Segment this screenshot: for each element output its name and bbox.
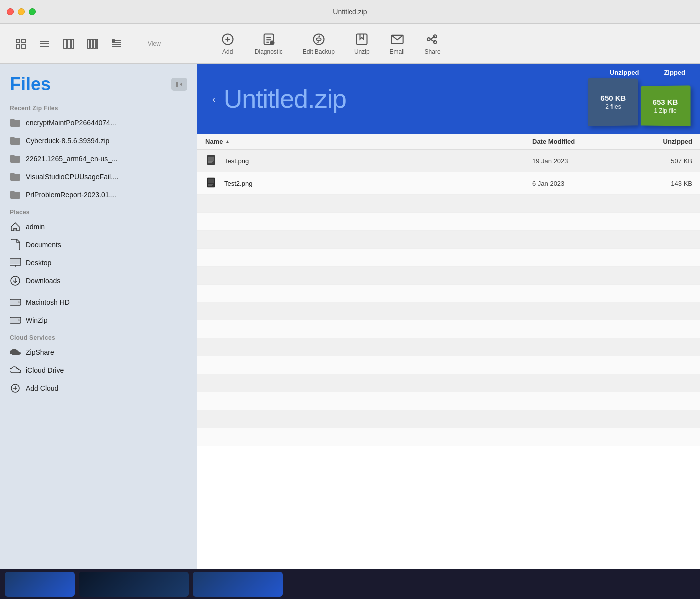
sidebar-item-downloads[interactable]: Downloads: [0, 272, 197, 290]
unzip-label: Unzip: [354, 48, 370, 55]
share-label: Share: [425, 48, 441, 55]
email-label: Email: [390, 48, 405, 55]
sidebar-item-recent-2[interactable]: Cyberduck-8.5.6.39394.zip: [0, 132, 197, 150]
sidebar: Files Recent Zip Files encryptMaintPoP26…: [0, 64, 197, 569]
diagnostic-label: Diagnostic: [255, 48, 283, 55]
unzip-button[interactable]: Unzip: [345, 29, 380, 58]
stats-labels-row: Unzipped Zipped: [588, 69, 690, 76]
sidebar-item-documents[interactable]: Documents: [0, 236, 197, 254]
column-view-button[interactable]: [58, 35, 80, 53]
svg-rect-11: [91, 39, 93, 48]
svg-marker-36: [180, 82, 182, 86]
taskbar-item-2[interactable]: [79, 572, 189, 597]
view-controls: [10, 35, 128, 53]
sidebar-item-icloud-name: iCloud Drive: [26, 366, 64, 374]
toolbar-actions: Add Diagnostic Edit Backup Unzip: [211, 29, 690, 58]
svg-rect-35: [176, 82, 178, 87]
toolbar: View Add Diagnostic Edit Backup: [0, 24, 700, 64]
cloud-filled-icon: [10, 347, 21, 358]
empty-row: [197, 374, 700, 392]
sidebar-item-zipshare[interactable]: ZipShare: [0, 343, 197, 361]
sidebar-item-desktop[interactable]: Desktop: [0, 254, 197, 272]
folder-icon-1: [10, 117, 21, 128]
sidebar-item-recent-1[interactable]: encryptMaintPoP26644074...: [0, 114, 197, 132]
svg-rect-9: [72, 39, 74, 48]
sidebar-item-icloud[interactable]: iCloud Drive: [0, 361, 197, 379]
svg-rect-10: [88, 39, 90, 48]
empty-row: [197, 428, 700, 446]
zipped-count: 1 Zip file: [654, 107, 677, 114]
sidebar-header: Files: [0, 64, 197, 100]
svg-rect-0: [16, 39, 20, 43]
sidebar-item-add-cloud[interactable]: Add Cloud: [0, 379, 197, 397]
svg-point-27: [313, 34, 324, 44]
close-button[interactable]: [7, 8, 14, 15]
svg-rect-39: [10, 259, 20, 264]
email-button[interactable]: Email: [380, 29, 415, 58]
taskbar-item-3[interactable]: [193, 572, 283, 597]
panel-view-button[interactable]: [82, 35, 104, 53]
grid-view-button[interactable]: [10, 35, 32, 53]
minimize-button[interactable]: [18, 8, 25, 15]
places-label: Places: [0, 204, 197, 218]
empty-row: [197, 267, 700, 285]
archive-title: Untitled.zip: [224, 84, 346, 114]
table-row[interactable]: Test2.png 6 Jan 2023 143 KB: [197, 172, 700, 195]
share-button[interactable]: Share: [415, 29, 451, 58]
edit-backup-button[interactable]: Edit Backup: [293, 29, 345, 58]
col-date-header: Date Modified: [532, 138, 632, 145]
sidebar-item-recent-5[interactable]: PrlProblemReport-2023.01....: [0, 186, 197, 204]
sidebar-toggle-button[interactable]: [171, 78, 187, 91]
sidebar-item-add-cloud-name: Add Cloud: [26, 384, 58, 392]
svg-point-34: [427, 38, 430, 41]
view-label: View: [148, 40, 161, 47]
file-size-1: 507 KB: [632, 157, 692, 165]
edit-backup-label: Edit Backup: [303, 48, 335, 55]
archive-stats: Unzipped Zipped 650 KB 2 files 653 KB 1 …: [588, 69, 690, 126]
taskbar-item-1[interactable]: [5, 572, 75, 597]
sort-arrow-icon: ▲: [225, 139, 230, 144]
sidebar-item-winzip[interactable]: WinZip: [0, 311, 197, 329]
svg-point-46: [18, 301, 20, 303]
folder-icon-2: [10, 135, 21, 146]
downloads-icon: [10, 275, 21, 286]
empty-row: [197, 320, 700, 338]
list-view-button[interactable]: [34, 35, 56, 53]
svg-rect-13: [97, 39, 98, 48]
sidebar-item-recent-4[interactable]: VisualStudioCPUUsageFail....: [0, 168, 197, 186]
unzipped-box: 650 KB 2 files: [588, 78, 638, 126]
unzipped-count: 2 files: [605, 103, 621, 110]
folder-icon-4: [10, 171, 21, 182]
file-size-2: 143 KB: [632, 180, 692, 187]
empty-row: [197, 195, 700, 213]
svg-rect-37: [14, 228, 17, 231]
add-button[interactable]: Add: [211, 29, 245, 58]
window-title: Untitled.zip: [333, 8, 367, 16]
table-row[interactable]: Test.png 19 Jan 2023 507 KB: [197, 150, 700, 172]
maximize-button[interactable]: [29, 8, 36, 15]
svg-rect-1: [22, 39, 25, 43]
main-layout: Files Recent Zip Files encryptMaintPoP26…: [0, 64, 700, 569]
svg-line-28: [319, 36, 320, 37]
sidebar-item-documents-name: Documents: [26, 241, 61, 249]
empty-row: [197, 392, 700, 410]
sidebar-item-admin[interactable]: admin: [0, 218, 197, 236]
diagnostic-button[interactable]: Diagnostic: [245, 29, 293, 58]
detail-view-button[interactable]: [106, 35, 128, 53]
sidebar-item-recent-3[interactable]: 22621.1265_arm64_en-us_...: [0, 150, 197, 168]
sidebar-item-desktop-name: Desktop: [26, 259, 51, 267]
sidebar-item-macintosh-hd[interactable]: Macintosh HD: [0, 294, 197, 311]
svg-rect-12: [94, 39, 96, 48]
sidebar-item-recent-4-name: VisualStudioCPUUsageFail....: [26, 173, 119, 181]
sidebar-item-recent-2-name: Cyberduck-8.5.6.39394.zip: [26, 137, 109, 145]
empty-row: [197, 213, 700, 231]
empty-row: [197, 285, 700, 302]
sidebar-item-recent-1-name: encryptMaintPoP26644074...: [26, 119, 116, 127]
back-button[interactable]: ‹: [212, 93, 216, 105]
unzipped-label: Unzipped: [610, 69, 639, 76]
sidebar-item-zipshare-name: ZipShare: [26, 348, 54, 356]
col-name-label: Name: [205, 138, 223, 145]
folder-icon-5: [10, 189, 21, 200]
empty-row: [197, 338, 700, 356]
sidebar-title: Files: [10, 74, 51, 95]
